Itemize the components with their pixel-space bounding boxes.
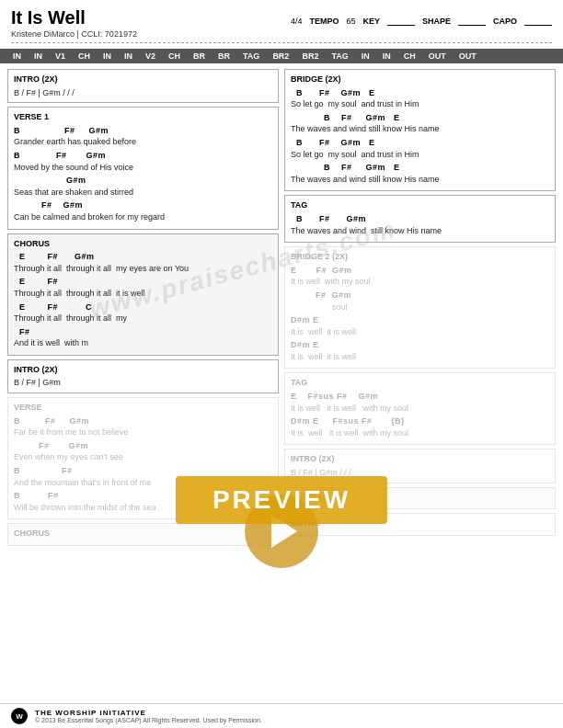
key-label: KEY <box>362 17 380 26</box>
outro-section: OUTRO <box>284 513 556 536</box>
nav-item[interactable]: TAG <box>237 49 265 63</box>
chorus-line1: E F# G#m Through it all through it all m… <box>14 251 272 274</box>
nav-item[interactable]: OUT <box>423 49 452 63</box>
nav-item[interactable]: BR <box>188 49 211 63</box>
chorus2-section: CHORUS <box>7 523 279 546</box>
bridge-line1: B F# G#m E So let go my soul and trust i… <box>291 87 549 110</box>
intro-section: INTRO (2X) B / F# | G#m / / / <box>7 69 279 103</box>
chorus-line4: F# And it is well with m <box>14 326 272 349</box>
nav-item[interactable]: CH <box>398 49 421 63</box>
chorus-title: CHORUS <box>14 238 272 250</box>
verse2-line3: B F# And the mountain that's in front of… <box>14 465 272 488</box>
nav-item[interactable]: IN <box>29 49 48 63</box>
tag2-title: TAG <box>291 377 549 389</box>
footer-logo: W <box>11 708 28 724</box>
tempo-value: 65 <box>346 17 355 26</box>
verse1-title: VERSE 1 <box>14 111 272 123</box>
tag2-section: TAG E F#sus F# G#m It is well it is well… <box>284 372 556 445</box>
footer-brand: THE WORSHIP INITIATIVE <box>35 709 262 717</box>
nav-item[interactable]: IN <box>98 49 117 63</box>
nav-item[interactable]: OUT <box>454 49 482 63</box>
nav-item[interactable]: CH <box>163 49 186 63</box>
intro3-title: INTRO (2X) <box>291 453 549 465</box>
verse2-line4: B F# Will be thrown into the midst of th… <box>14 490 272 513</box>
left-column: INTRO (2X) B / F# | G#m / / / VERSE 1 B … <box>7 69 279 685</box>
nav-item[interactable]: V1 <box>50 49 71 63</box>
bridge2-line4: D#m E It is well it is well <box>291 339 549 362</box>
bridge2-line3: D#m E It is well it is well <box>291 314 549 337</box>
nav-item[interactable]: V2 <box>140 49 161 63</box>
tempo-label: TEMPO <box>309 17 339 26</box>
bridge-line4: B F# G#m E The waves and wind still know… <box>291 162 549 185</box>
verse2-title: VERSE <box>14 402 272 414</box>
intro2-title: INTRO (2X) <box>14 364 272 376</box>
intro2-section: INTRO (2X) B / F# | G#m <box>7 359 279 393</box>
nav-item[interactable]: IN <box>7 49 27 63</box>
nav-item[interactable]: CH <box>73 49 96 63</box>
bridge-title: BRIDGE (2X) <box>291 74 549 85</box>
verse2-line1: B F# G#m Far be it from me to not believ… <box>14 415 272 438</box>
nav-item[interactable]: BR2 <box>267 49 294 63</box>
verse1-line2: B F# G#m Moved by the sound of His voice <box>14 150 272 173</box>
outro-title: OUTRO <box>291 518 549 529</box>
intro2-content: B / F# | G#m <box>14 377 272 389</box>
bridge2-line1: E F# G#m It is well with my soul <box>291 265 549 288</box>
verse1-line1: B F# G#m Grander earth has quaked before <box>14 125 272 148</box>
chorus-section: CHORUS E F# G#m Through it all through i… <box>7 233 279 356</box>
chorus-line3: E F# C Through it all through it all my <box>14 301 272 324</box>
chorus3-section: CHORUS <box>284 487 556 510</box>
nav-bar: IN IN V1 CH IN IN V2 CH BR BR TAG BR2 BR… <box>0 49 563 63</box>
bridge-line3: B F# G#m E So let go my soul and trust i… <box>291 137 549 160</box>
shape-label: SHAPE <box>422 17 451 26</box>
right-column: BRIDGE (2X) B F# G#m E So let go my soul… <box>284 69 556 685</box>
chorus-line2: E F# Through it all through it all it is… <box>14 276 272 299</box>
bridge2-line2: F# G#m soul <box>291 290 549 313</box>
nav-item[interactable]: TAG <box>326 49 353 63</box>
bridge2-title: BRIDGE 2 (2X) <box>291 251 549 263</box>
nav-item[interactable]: IN <box>119 49 138 63</box>
tag-title: TAG <box>291 199 549 211</box>
bridge-section: BRIDGE (2X) B F# G#m E So let go my soul… <box>284 69 556 191</box>
tempo-info: 4/4 TEMPO 65 KEY SHAPE CAPO <box>291 17 552 26</box>
tag2-line2: D#m E F#sus F# (B) It is well it is well… <box>291 415 549 438</box>
author: Kristene DiMarco | CCLI: 7021972 <box>11 29 552 39</box>
capo-label: CAPO <box>493 17 517 26</box>
footer: W THE WORSHIP INITIATIVE © 2013 Be Essen… <box>0 703 563 728</box>
nav-item[interactable]: IN <box>377 49 396 63</box>
tag2-line1: E F#sus F# G#m It is well it is well wit… <box>291 391 549 414</box>
tag-line1: B F# G#m The waves and wind still know H… <box>291 213 549 236</box>
main-content: INTRO (2X) B / F# | G#m / / / VERSE 1 B … <box>0 63 563 690</box>
verse2-section: VERSE B F# G#m Far be it from me to not … <box>7 397 279 519</box>
logo-letter: W <box>16 712 23 721</box>
verse1-section: VERSE 1 B F# G#m Grander earth has quake… <box>7 107 279 229</box>
bridge-line2: B F# G#m E The waves and wind still know… <box>291 112 549 135</box>
bridge2-section: BRIDGE 2 (2X) E F# G#m It is well with m… <box>284 246 556 369</box>
divider <box>11 42 552 43</box>
verse1-line4: F# G#m Can be calmed and broken for my r… <box>14 199 272 222</box>
header: It Is Well 4/4 TEMPO 65 KEY SHAPE CAPO K… <box>0 0 563 49</box>
time-sig: 4/4 <box>291 17 303 26</box>
footer-copyright: © 2013 Be Essential Songs (ASCAP) All Ri… <box>35 717 262 723</box>
song-title: It Is Well <box>11 7 86 28</box>
chorus2-title: CHORUS <box>14 528 272 540</box>
verse1-line3: G#m Seas that are shaken and stirred <box>14 175 272 198</box>
verse2-line2: F# G#m Even when my eyes can't see <box>14 440 272 463</box>
tag-section: TAG B F# G#m The waves and wind still kn… <box>284 195 556 243</box>
chorus3-title: CHORUS <box>291 492 549 504</box>
nav-item[interactable]: IN <box>356 49 375 63</box>
intro3-section: INTRO (2X) B / F# | G#m / / / <box>284 449 556 483</box>
nav-item[interactable]: BR <box>213 49 236 63</box>
intro-title: INTRO (2X) <box>14 74 272 85</box>
intro-content: B / F# | G#m / / / <box>14 87 272 99</box>
nav-item[interactable]: BR2 <box>296 49 324 63</box>
